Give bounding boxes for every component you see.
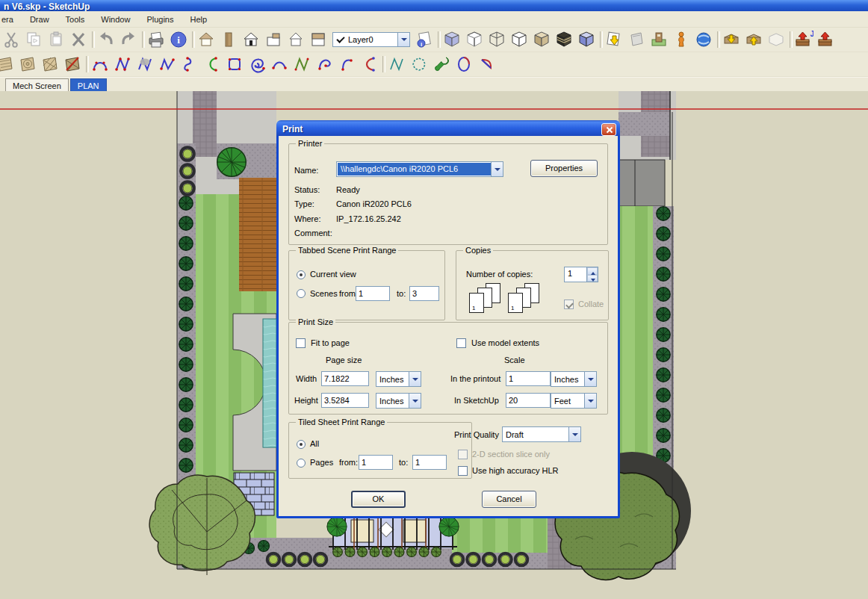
bezier-arch-icon[interactable]: [90, 54, 111, 75]
chevron-down-icon[interactable]: [409, 394, 421, 408]
polyline-green-icon[interactable]: [291, 54, 312, 75]
all-pages-radio[interactable]: [297, 440, 306, 449]
menu-item-tools[interactable]: Tools: [58, 13, 93, 25]
current-view-radio[interactable]: [297, 270, 306, 279]
cube-wire-icon[interactable]: [464, 29, 485, 50]
use-model-extents-checkbox[interactable]: [456, 338, 466, 348]
bezier-erase-icon[interactable]: [134, 54, 155, 75]
high-accuracy-hlr-checkbox[interactable]: [458, 466, 468, 476]
jointpushpull-icon[interactable]: J: [793, 29, 814, 50]
simplify-contours-icon[interactable]: [386, 54, 407, 75]
scenes-radio[interactable]: [297, 289, 306, 298]
arc-green-icon[interactable]: [202, 54, 223, 75]
chevron-down-icon[interactable]: [568, 427, 580, 441]
menu-item-help[interactable]: Help: [182, 13, 215, 25]
chevron-down-icon[interactable]: [491, 162, 503, 176]
sandbox-scratch-icon[interactable]: [0, 54, 16, 75]
sandbox-smoove-icon[interactable]: [17, 54, 38, 75]
bezier-freehand-icon[interactable]: [157, 54, 178, 75]
photo-building-icon[interactable]: [648, 29, 669, 50]
bezier-hook-icon[interactable]: [314, 54, 335, 75]
menu-item-era[interactable]: era: [0, 13, 22, 25]
scenes-from-input[interactable]: [356, 286, 390, 301]
section-sheet-icon[interactable]: [626, 29, 647, 50]
spin-up-icon[interactable]: [587, 267, 598, 275]
print-icon[interactable]: [146, 29, 167, 50]
sandbox-flip-icon[interactable]: [62, 54, 83, 75]
pages-radio[interactable]: [297, 459, 306, 468]
cube-shaded-icon[interactable]: [531, 29, 552, 50]
page-info-icon[interactable]: i: [414, 29, 435, 50]
ellipse-tool-icon[interactable]: [453, 54, 474, 75]
wall-icon[interactable]: [218, 29, 239, 50]
menu-item-draw[interactable]: Draw: [22, 13, 58, 25]
pages-from-input[interactable]: [359, 455, 393, 470]
erase-icon[interactable]: [68, 29, 89, 50]
polygon-tool-icon[interactable]: [409, 54, 430, 75]
height-input[interactable]: [321, 393, 369, 408]
export-2d-icon[interactable]: [604, 29, 624, 50]
get-models-icon[interactable]: [721, 29, 742, 50]
printer-name-combo[interactable]: \\hallengdc\Canon iR2020 PCL6: [336, 161, 503, 177]
cube-xray-icon[interactable]: [441, 29, 462, 50]
bezier-scurve-icon[interactable]: [179, 54, 200, 75]
cube-mono-icon[interactable]: [576, 29, 597, 50]
redo-icon[interactable]: [118, 29, 139, 50]
undo-icon[interactable]: [96, 29, 117, 50]
menu-item-window[interactable]: Window: [93, 13, 138, 25]
cube-wireframe-icon[interactable]: [486, 29, 507, 50]
box-lid-icon[interactable]: [263, 29, 284, 50]
bezier-roundrect-icon[interactable]: [224, 54, 245, 75]
print-dialog-titlebar[interactable]: Print: [276, 120, 620, 137]
bezier-arc-icon[interactable]: [269, 54, 290, 75]
close-icon[interactable]: [601, 123, 616, 136]
spin-down-icon[interactable]: [587, 275, 598, 282]
menu-item-plugins[interactable]: Plugins: [138, 13, 182, 25]
chevron-down-icon[interactable]: [397, 33, 409, 46]
scenes-to-input[interactable]: [409, 286, 439, 301]
print-quality-combo[interactable]: Draft: [502, 426, 581, 442]
house-front-icon[interactable]: [241, 29, 261, 50]
bezier-arc-red-icon[interactable]: [359, 54, 379, 75]
person-icon[interactable]: [671, 29, 692, 50]
cut-icon[interactable]: [1, 29, 22, 50]
pie-tool-icon[interactable]: [476, 54, 497, 75]
width-unit-combo[interactable]: Inches: [376, 371, 421, 387]
upload-gray-icon[interactable]: [766, 29, 787, 50]
sketchup-scale-input[interactable]: [506, 393, 551, 408]
chevron-down-icon[interactable]: [584, 372, 596, 386]
cancel-button[interactable]: Cancel: [482, 491, 536, 508]
google-earth-icon[interactable]: [693, 29, 714, 50]
model-info-icon[interactable]: i: [168, 29, 189, 50]
tab-plan[interactable]: PLAN: [70, 78, 107, 91]
copy-icon[interactable]: [23, 29, 44, 50]
wrench-tool-icon[interactable]: [431, 54, 452, 75]
jointpushpull-b-icon[interactable]: [816, 29, 837, 50]
bezier-hook2-icon[interactable]: [336, 54, 357, 75]
properties-button[interactable]: Properties: [530, 160, 598, 177]
fit-to-page-checkbox[interactable]: [296, 338, 306, 348]
width-input[interactable]: [321, 371, 369, 386]
cube-hiddenline-icon[interactable]: [509, 29, 530, 50]
chevron-down-icon[interactable]: [409, 372, 421, 386]
house-outline-icon[interactable]: [285, 29, 306, 50]
pages-to-input[interactable]: [412, 455, 447, 470]
bezier-spiral-icon[interactable]: [247, 54, 267, 75]
paste-icon[interactable]: [46, 29, 66, 50]
share-model-icon[interactable]: [743, 29, 764, 50]
chevron-down-icon[interactable]: [584, 394, 596, 408]
ok-button[interactable]: OK: [351, 491, 406, 508]
sandbox-stamp-icon[interactable]: [40, 54, 61, 75]
tab-mech-screen[interactable]: Mech Screen: [5, 78, 69, 91]
box-top-icon[interactable]: [308, 29, 329, 50]
printout-scale-input[interactable]: [506, 371, 551, 386]
app-titlebar[interactable]: n V6.skp - SketchUp: [0, 0, 868, 11]
bezier-polyline-icon[interactable]: [112, 54, 133, 75]
copies-stepper[interactable]: 1: [564, 267, 598, 282]
sketchup-unit-combo[interactable]: Feet: [551, 393, 597, 409]
layer-combo[interactable]: Layer0: [332, 32, 410, 47]
printout-unit-combo[interactable]: Inches: [551, 371, 597, 387]
house-new-icon[interactable]: [196, 29, 217, 50]
height-unit-combo[interactable]: Inches: [376, 393, 421, 409]
cube-textured-icon[interactable]: [554, 29, 574, 50]
